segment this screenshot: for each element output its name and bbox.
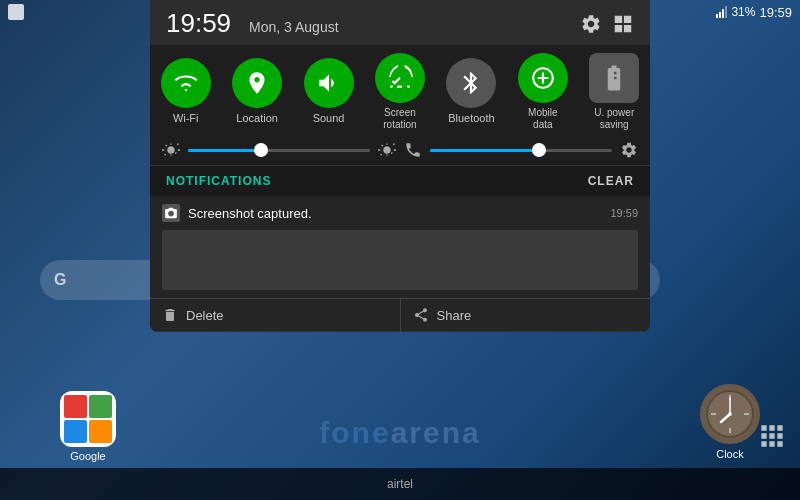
quick-settings-row: Wi-Fi Location Sound <box>150 45 650 135</box>
brightness-high-icon <box>378 141 396 159</box>
qs-bluetooth[interactable]: Bluetooth <box>446 58 496 125</box>
share-icon <box>413 307 429 323</box>
brightness-low-icon <box>162 141 180 159</box>
panel-header-icons <box>580 13 634 35</box>
grid-icon[interactable] <box>612 13 634 35</box>
watermark-arena: arena <box>391 416 481 449</box>
notification-time: 19:59 <box>610 207 638 219</box>
qs-sound-icon <box>304 58 354 108</box>
notifications-label: NOTIFICATIONS <box>166 174 271 188</box>
share-action-button[interactable]: Share <box>401 299 651 331</box>
qs-mobile-data-icon <box>518 53 568 103</box>
delete-label: Delete <box>186 308 224 323</box>
notifications-header: NOTIFICATIONS CLEAR <box>150 165 650 196</box>
phone-icon <box>404 141 422 159</box>
share-label: Share <box>437 308 472 323</box>
notification-title-row: Screenshot captured. 19:59 <box>150 196 650 226</box>
qs-mobile-data-label: Mobiledata <box>528 107 557 131</box>
clear-button[interactable]: CLEAR <box>588 174 634 188</box>
google-logo: G <box>54 271 66 289</box>
qs-wifi-icon <box>161 58 211 108</box>
watermark-fone: fone <box>319 416 390 449</box>
app-drawer-icon <box>756 420 788 452</box>
brightness-slider[interactable] <box>188 149 370 152</box>
slider-row <box>150 135 650 165</box>
notification-preview-image <box>162 230 638 290</box>
google-app-label: Google <box>70 450 105 462</box>
notification-panel: 19:59 Mon, 3 August Wi-Fi <box>150 0 650 332</box>
qs-sound[interactable]: Sound <box>304 58 354 125</box>
notification-text: Screenshot captured. <box>188 206 312 221</box>
qs-bluetooth-icon <box>446 58 496 108</box>
screenshot-status-icon <box>8 4 24 20</box>
carrier-name: airtel <box>387 477 413 491</box>
qs-power-saving-icon <box>589 53 639 103</box>
qs-bluetooth-label: Bluetooth <box>448 112 494 125</box>
notification-icon-title: Screenshot captured. <box>162 204 312 222</box>
sound-settings-icon[interactable] <box>620 141 638 159</box>
qs-location-icon <box>232 58 282 108</box>
signal-icon <box>716 6 727 18</box>
settings-icon[interactable] <box>580 13 602 35</box>
qs-location-label: Location <box>236 112 278 125</box>
google-app-widget: Google <box>60 391 116 462</box>
battery-text: 31% <box>731 5 755 19</box>
qs-rotation-label: Screenrotation <box>383 107 416 131</box>
status-bar-right: 31% 19:59 <box>716 5 792 20</box>
status-time: 19:59 <box>759 5 792 20</box>
panel-date: Mon, 3 August <box>249 19 339 35</box>
watermark: fonearena <box>319 416 480 450</box>
qs-rotation[interactable]: Screenrotation <box>375 53 425 131</box>
qs-wifi[interactable]: Wi-Fi <box>161 58 211 125</box>
panel-header: 19:59 Mon, 3 August <box>150 0 650 45</box>
qs-rotation-icon <box>375 53 425 103</box>
panel-time: 19:59 <box>166 8 231 39</box>
app-drawer-button[interactable] <box>748 412 796 460</box>
notification-actions: Delete Share <box>150 298 650 331</box>
qs-mobile-data[interactable]: Mobiledata <box>518 53 568 131</box>
qs-wifi-label: Wi-Fi <box>173 112 199 125</box>
qs-power-saving[interactable]: U. powersaving <box>589 53 639 131</box>
volume-slider[interactable] <box>430 149 612 152</box>
delete-action-button[interactable]: Delete <box>150 299 401 331</box>
qs-location[interactable]: Location <box>232 58 282 125</box>
bottom-bar: airtel <box>0 468 800 500</box>
notification-screenshot-icon <box>162 204 180 222</box>
google-app-icon[interactable] <box>60 391 116 447</box>
notification-item: Screenshot captured. 19:59 Delete Share <box>150 196 650 332</box>
clock-label: Clock <box>716 448 744 460</box>
qs-power-saving-label: U. powersaving <box>594 107 634 131</box>
trash-icon <box>162 307 178 323</box>
status-bar-left <box>8 4 28 20</box>
qs-sound-label: Sound <box>313 112 345 125</box>
